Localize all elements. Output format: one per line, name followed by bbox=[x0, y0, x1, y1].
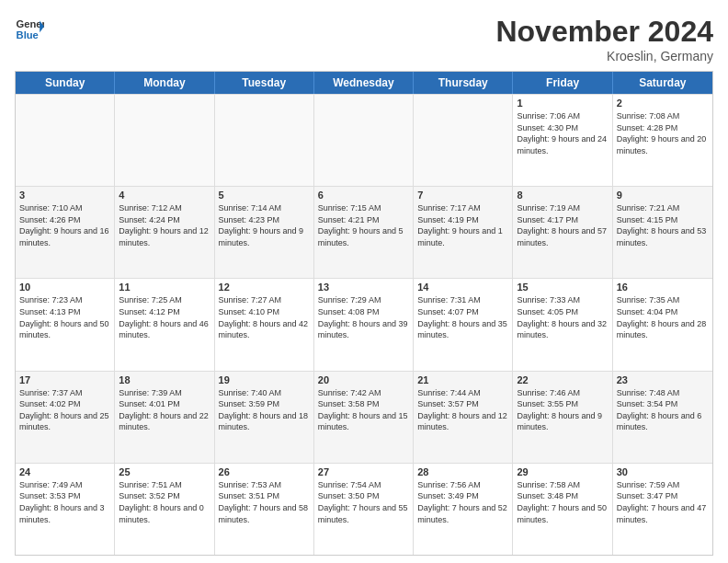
cal-cell-4-3: 27Sunrise: 7:54 AM Sunset: 3:50 PM Dayli… bbox=[314, 464, 414, 555]
location: Kroeslin, Germany bbox=[495, 49, 713, 63]
cell-info-7: Sunrise: 7:17 AM Sunset: 4:19 PM Dayligh… bbox=[417, 202, 508, 248]
cal-cell-4-6: 30Sunrise: 7:59 AM Sunset: 3:47 PM Dayli… bbox=[613, 464, 712, 555]
header-monday: Monday bbox=[115, 72, 214, 94]
day-number-19: 19 bbox=[219, 374, 310, 385]
cell-info-5: Sunrise: 7:14 AM Sunset: 4:23 PM Dayligh… bbox=[219, 202, 310, 248]
cell-info-11: Sunrise: 7:25 AM Sunset: 4:12 PM Dayligh… bbox=[119, 294, 210, 340]
cal-cell-1-1: 4Sunrise: 7:12 AM Sunset: 4:24 PM Daylig… bbox=[115, 187, 214, 278]
cell-info-27: Sunrise: 7:54 AM Sunset: 3:50 PM Dayligh… bbox=[318, 479, 409, 525]
cell-info-3: Sunrise: 7:10 AM Sunset: 4:26 PM Dayligh… bbox=[19, 202, 110, 248]
cal-cell-0-1 bbox=[115, 95, 214, 186]
cal-cell-3-4: 21Sunrise: 7:44 AM Sunset: 3:57 PM Dayli… bbox=[414, 372, 513, 463]
day-number-21: 21 bbox=[417, 374, 508, 385]
cell-info-8: Sunrise: 7:19 AM Sunset: 4:17 PM Dayligh… bbox=[517, 202, 608, 248]
cell-info-28: Sunrise: 7:56 AM Sunset: 3:49 PM Dayligh… bbox=[417, 479, 508, 525]
month-title: November 2024 bbox=[495, 15, 713, 49]
cal-cell-3-3: 20Sunrise: 7:42 AM Sunset: 3:58 PM Dayli… bbox=[314, 372, 414, 463]
week-row-4: 17Sunrise: 7:37 AM Sunset: 4:02 PM Dayli… bbox=[16, 371, 712, 463]
day-number-20: 20 bbox=[318, 374, 409, 385]
cell-info-21: Sunrise: 7:44 AM Sunset: 3:57 PM Dayligh… bbox=[417, 387, 508, 433]
cell-info-14: Sunrise: 7:31 AM Sunset: 4:07 PM Dayligh… bbox=[417, 294, 508, 340]
cell-info-16: Sunrise: 7:35 AM Sunset: 4:04 PM Dayligh… bbox=[617, 294, 709, 340]
day-number-29: 29 bbox=[517, 466, 608, 477]
cell-info-18: Sunrise: 7:39 AM Sunset: 4:01 PM Dayligh… bbox=[119, 387, 210, 433]
cal-cell-3-6: 23Sunrise: 7:48 AM Sunset: 3:54 PM Dayli… bbox=[613, 372, 712, 463]
cal-cell-1-3: 6Sunrise: 7:15 AM Sunset: 4:21 PM Daylig… bbox=[314, 187, 414, 278]
cal-cell-2-1: 11Sunrise: 7:25 AM Sunset: 4:12 PM Dayli… bbox=[115, 279, 214, 370]
cal-cell-1-6: 9Sunrise: 7:21 AM Sunset: 4:15 PM Daylig… bbox=[613, 187, 712, 278]
day-number-18: 18 bbox=[119, 374, 210, 385]
cell-info-10: Sunrise: 7:23 AM Sunset: 4:13 PM Dayligh… bbox=[19, 294, 110, 340]
day-number-26: 26 bbox=[219, 466, 310, 477]
header: General Blue November 2024 Kroeslin, Ger… bbox=[15, 15, 713, 63]
week-row-5: 24Sunrise: 7:49 AM Sunset: 3:53 PM Dayli… bbox=[16, 463, 712, 555]
day-number-5: 5 bbox=[219, 190, 310, 201]
day-number-13: 13 bbox=[318, 282, 409, 293]
day-number-23: 23 bbox=[617, 374, 709, 385]
cal-cell-0-2 bbox=[215, 95, 314, 186]
cell-info-25: Sunrise: 7:51 AM Sunset: 3:52 PM Dayligh… bbox=[119, 479, 210, 525]
cell-info-19: Sunrise: 7:40 AM Sunset: 3:59 PM Dayligh… bbox=[219, 387, 310, 433]
cell-info-12: Sunrise: 7:27 AM Sunset: 4:10 PM Dayligh… bbox=[219, 294, 310, 340]
cell-info-1: Sunrise: 7:06 AM Sunset: 4:30 PM Dayligh… bbox=[517, 110, 608, 156]
cal-cell-1-0: 3Sunrise: 7:10 AM Sunset: 4:26 PM Daylig… bbox=[16, 187, 115, 278]
day-number-12: 12 bbox=[219, 282, 310, 293]
day-number-15: 15 bbox=[517, 282, 608, 293]
day-number-17: 17 bbox=[19, 374, 110, 385]
day-number-7: 7 bbox=[417, 190, 508, 201]
cell-info-13: Sunrise: 7:29 AM Sunset: 4:08 PM Dayligh… bbox=[318, 294, 409, 340]
cal-cell-3-1: 18Sunrise: 7:39 AM Sunset: 4:01 PM Dayli… bbox=[115, 372, 214, 463]
cal-cell-3-2: 19Sunrise: 7:40 AM Sunset: 3:59 PM Dayli… bbox=[215, 372, 314, 463]
calendar-header: Sunday Monday Tuesday Wednesday Thursday… bbox=[16, 72, 712, 94]
cal-cell-2-2: 12Sunrise: 7:27 AM Sunset: 4:10 PM Dayli… bbox=[215, 279, 314, 370]
day-number-16: 16 bbox=[617, 282, 709, 293]
header-wednesday: Wednesday bbox=[314, 72, 414, 94]
title-block: November 2024 Kroeslin, Germany bbox=[495, 15, 713, 63]
day-number-30: 30 bbox=[617, 466, 709, 477]
cell-info-17: Sunrise: 7:37 AM Sunset: 4:02 PM Dayligh… bbox=[19, 387, 110, 433]
cal-cell-0-4 bbox=[414, 95, 513, 186]
cell-info-9: Sunrise: 7:21 AM Sunset: 4:15 PM Dayligh… bbox=[617, 202, 709, 248]
cal-cell-1-2: 5Sunrise: 7:14 AM Sunset: 4:23 PM Daylig… bbox=[215, 187, 314, 278]
cal-cell-0-0 bbox=[16, 95, 115, 186]
cal-cell-3-5: 22Sunrise: 7:46 AM Sunset: 3:55 PM Dayli… bbox=[513, 372, 612, 463]
day-number-25: 25 bbox=[119, 466, 210, 477]
calendar: Sunday Monday Tuesday Wednesday Thursday… bbox=[15, 71, 713, 556]
page: General Blue November 2024 Kroeslin, Ger… bbox=[0, 0, 728, 563]
cell-info-20: Sunrise: 7:42 AM Sunset: 3:58 PM Dayligh… bbox=[318, 387, 409, 433]
cal-cell-3-0: 17Sunrise: 7:37 AM Sunset: 4:02 PM Dayli… bbox=[16, 372, 115, 463]
week-row-2: 3Sunrise: 7:10 AM Sunset: 4:26 PM Daylig… bbox=[16, 186, 712, 278]
cell-info-2: Sunrise: 7:08 AM Sunset: 4:28 PM Dayligh… bbox=[617, 110, 709, 156]
header-tuesday: Tuesday bbox=[215, 72, 314, 94]
header-saturday: Saturday bbox=[613, 72, 712, 94]
cal-cell-2-4: 14Sunrise: 7:31 AM Sunset: 4:07 PM Dayli… bbox=[414, 279, 513, 370]
cal-cell-4-5: 29Sunrise: 7:58 AM Sunset: 3:48 PM Dayli… bbox=[513, 464, 612, 555]
day-number-1: 1 bbox=[517, 98, 608, 109]
cal-cell-1-4: 7Sunrise: 7:17 AM Sunset: 4:19 PM Daylig… bbox=[414, 187, 513, 278]
logo: General Blue bbox=[15, 15, 44, 44]
cell-info-23: Sunrise: 7:48 AM Sunset: 3:54 PM Dayligh… bbox=[617, 387, 709, 433]
day-number-9: 9 bbox=[617, 190, 709, 201]
cal-cell-2-0: 10Sunrise: 7:23 AM Sunset: 4:13 PM Dayli… bbox=[16, 279, 115, 370]
day-number-27: 27 bbox=[318, 466, 409, 477]
cell-info-4: Sunrise: 7:12 AM Sunset: 4:24 PM Dayligh… bbox=[119, 202, 210, 248]
cell-info-15: Sunrise: 7:33 AM Sunset: 4:05 PM Dayligh… bbox=[517, 294, 608, 340]
header-friday: Friday bbox=[513, 72, 612, 94]
cal-cell-2-5: 15Sunrise: 7:33 AM Sunset: 4:05 PM Dayli… bbox=[513, 279, 612, 370]
cal-cell-0-3 bbox=[314, 95, 414, 186]
day-number-28: 28 bbox=[417, 466, 508, 477]
week-row-3: 10Sunrise: 7:23 AM Sunset: 4:13 PM Dayli… bbox=[16, 278, 712, 370]
day-number-6: 6 bbox=[318, 190, 409, 201]
day-number-24: 24 bbox=[19, 466, 110, 477]
day-number-2: 2 bbox=[617, 98, 709, 109]
cell-info-26: Sunrise: 7:53 AM Sunset: 3:51 PM Dayligh… bbox=[219, 479, 310, 525]
header-thursday: Thursday bbox=[414, 72, 513, 94]
cell-info-22: Sunrise: 7:46 AM Sunset: 3:55 PM Dayligh… bbox=[517, 387, 608, 433]
header-sunday: Sunday bbox=[16, 72, 115, 94]
calendar-body: 1Sunrise: 7:06 AM Sunset: 4:30 PM Daylig… bbox=[16, 94, 712, 555]
cal-cell-4-0: 24Sunrise: 7:49 AM Sunset: 3:53 PM Dayli… bbox=[16, 464, 115, 555]
cal-cell-0-6: 2Sunrise: 7:08 AM Sunset: 4:28 PM Daylig… bbox=[613, 95, 712, 186]
day-number-11: 11 bbox=[119, 282, 210, 293]
cell-info-30: Sunrise: 7:59 AM Sunset: 3:47 PM Dayligh… bbox=[617, 479, 709, 525]
day-number-10: 10 bbox=[19, 282, 110, 293]
